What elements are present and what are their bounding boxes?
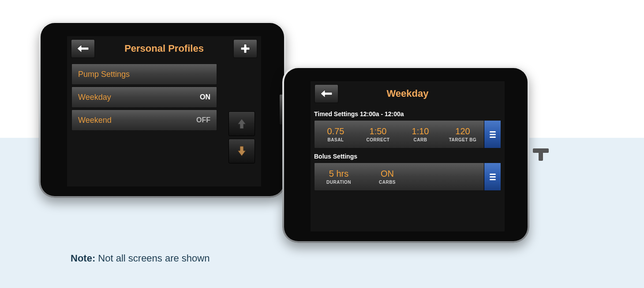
handle-bar-icon [490,134,496,135]
device-personal-profiles: Personal Profiles Pump Settings Weekday … [39,21,286,198]
page-title: Personal Profiles [100,43,228,54]
note-body: Not all screens are shown [95,253,210,264]
svg-rect-1 [539,148,543,161]
plus-icon [240,43,251,54]
handle-bar-icon [490,131,496,133]
tile-value: 120 [455,126,470,136]
handle-bar-icon [490,136,496,138]
list-item-weekend[interactable]: Weekend OFF [71,110,217,131]
row-status: OFF [196,116,210,124]
tile-label: CARB [414,137,427,142]
tile-basal: 0.75 BASAL [315,121,357,148]
bolus-settings-label: Bolus Settings [311,148,505,163]
tile-label: BASAL [328,137,344,142]
row-label: Weekday [78,93,200,102]
row-label: Weekend [78,116,196,125]
timed-settings-label: Timed Settings 12:00a - 12:00a [311,106,505,120]
device-weekday: Weekday Timed Settings 12:00a - 12:00a 0… [282,66,529,243]
tile-target-bg: 120 TARGET BG [442,121,484,148]
back-button[interactable] [314,84,339,103]
tile-value: 5 hrs [329,169,348,179]
tile-label: DURATION [326,180,351,185]
tile-duration: 5 hrs DURATION [315,163,363,190]
tile-value: 1:50 [370,126,387,136]
scroll-down-button[interactable] [228,139,255,163]
tile-value: 0.75 [327,126,344,136]
arrow-up-icon [237,118,247,129]
timed-settings-row[interactable]: 0.75 BASAL 1:50 CORRECT 1:10 CARB 120 TA… [314,120,501,148]
tile-value: ON [381,169,394,179]
note-text: Note: Not all screens are shown [71,253,210,264]
page-title: Weekday [343,88,472,99]
tile-label: CORRECT [367,137,390,142]
back-button[interactable] [71,39,95,58]
drag-handle[interactable] [484,163,501,190]
brand-logo-icon [533,147,549,163]
drag-handle[interactable] [484,121,501,148]
screen-weekday: Weekday Timed Settings 12:00a - 12:00a 0… [311,81,505,231]
note-label: Note: [71,253,95,264]
tile-carb: 1:10 CARB [399,121,442,148]
list-item-weekday[interactable]: Weekday ON [71,87,217,108]
tile-carbs: ON CARBS [363,163,412,190]
screen-personal-profiles: Personal Profiles Pump Settings Weekday … [67,36,261,186]
bolus-settings-row[interactable]: 5 hrs DURATION ON CARBS [314,163,501,191]
handle-bar-icon [490,174,496,175]
handle-bar-icon [490,179,496,180]
list-item-pump-settings[interactable]: Pump Settings [71,64,217,85]
row-status: ON [200,93,210,101]
tile-label: CARBS [379,180,396,185]
tile-label: TARGET BG [449,137,477,142]
tile-correct: 1:50 CORRECT [357,121,399,148]
back-arrow-icon [76,44,90,53]
handle-bar-icon [490,176,496,178]
add-button[interactable] [233,39,258,58]
row-label: Pump Settings [78,70,210,79]
tile-value: 1:10 [412,126,429,136]
back-arrow-icon [320,89,333,99]
scroll-up-button[interactable] [228,111,255,136]
arrow-down-icon [237,145,247,157]
